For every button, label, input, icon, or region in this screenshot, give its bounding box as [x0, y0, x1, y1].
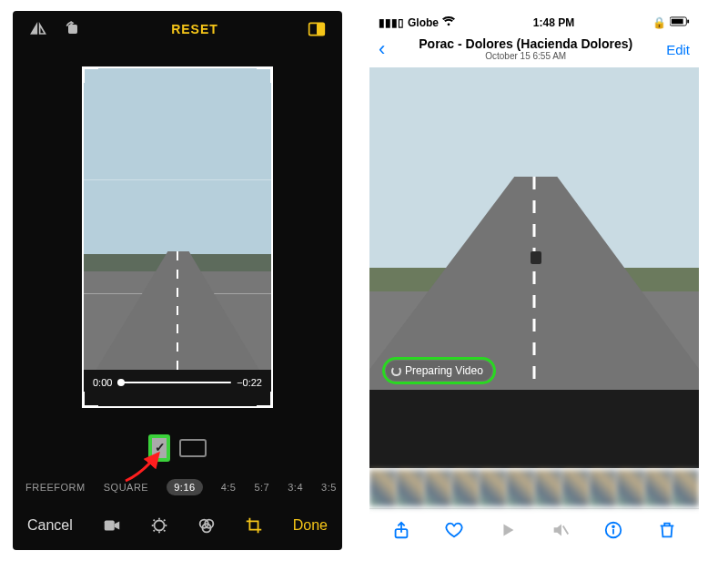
- reset-button[interactable]: RESET: [171, 22, 218, 36]
- share-icon[interactable]: [391, 520, 411, 540]
- svg-rect-10: [687, 20, 689, 24]
- battery-icon: [670, 16, 690, 29]
- nav-bar: ‹ Porac - Dolores (Hacienda Dolores) Oct…: [369, 31, 699, 67]
- landscape-orientation-button[interactable]: [179, 439, 207, 457]
- ratio-9-16[interactable]: 9:16: [167, 479, 202, 495]
- wifi-icon: [442, 16, 455, 30]
- aspect-ratio-scroller[interactable]: FREEFORM SQUARE 9:16 4:5 5:7 3:4 3:5: [13, 474, 342, 501]
- scrub-remaining: −0:22: [237, 377, 262, 388]
- filters-tab-icon[interactable]: [197, 515, 217, 536]
- crop-editor-screen: RESET 0:00 −0:22 FREEFORM SQUARE 9:16 4:…: [13, 11, 342, 550]
- photo-viewer-screen: ▮▮▮▯ Globe 1:48 PM 🔒 ‹ Porac - Dolores (…: [369, 11, 699, 550]
- ratio-freeform[interactable]: FREEFORM: [25, 482, 86, 493]
- play-icon[interactable]: [498, 520, 518, 540]
- svg-rect-2: [317, 23, 324, 35]
- media-viewport[interactable]: Preparing Video: [369, 67, 699, 468]
- ratio-5-7[interactable]: 5:7: [254, 482, 269, 493]
- ratio-square[interactable]: SQUARE: [104, 482, 148, 493]
- mute-icon[interactable]: [551, 520, 571, 540]
- video-scrubber[interactable]: 0:00 −0:22: [93, 377, 262, 388]
- adjust-tab-icon[interactable]: [149, 515, 169, 536]
- favorite-icon[interactable]: [444, 520, 464, 540]
- crop-frame[interactable]: 0:00 −0:22: [82, 66, 273, 408]
- flip-horizontal-icon[interactable]: [29, 20, 47, 38]
- ratio-3-5[interactable]: 3:5: [321, 482, 337, 493]
- thumbnail-scrubber[interactable]: [369, 468, 699, 508]
- dashboard-shadow: [369, 390, 699, 468]
- nav-subtitle: October 15 6:55 AM: [419, 51, 632, 61]
- svg-rect-0: [69, 26, 76, 33]
- nav-title: Porac - Dolores (Hacienda Dolores) Octob…: [419, 37, 632, 61]
- aspect-ratio-icon[interactable]: [308, 20, 326, 38]
- status-bar: ▮▮▮▯ Globe 1:48 PM 🔒: [369, 11, 699, 31]
- ratio-4-5[interactable]: 4:5: [221, 482, 237, 493]
- orientation-row: [13, 423, 342, 474]
- preparing-video-pill: Preparing Video: [386, 361, 492, 381]
- editor-top-bar: RESET: [13, 11, 342, 47]
- signal-icon: ▮▮▮▯: [379, 16, 404, 29]
- ratio-3-4[interactable]: 3:4: [288, 482, 303, 493]
- cancel-button[interactable]: Cancel: [27, 517, 73, 534]
- carrier-label: Globe: [408, 16, 439, 29]
- rotate-icon[interactable]: [64, 20, 82, 38]
- video-tab-icon[interactable]: [102, 515, 122, 536]
- edit-button[interactable]: Edit: [666, 42, 690, 57]
- portrait-orientation-button[interactable]: [148, 434, 170, 462]
- crop-tab-icon[interactable]: [244, 515, 264, 536]
- crop-canvas[interactable]: 0:00 −0:22: [13, 47, 342, 423]
- orientation-lock-icon: 🔒: [652, 16, 666, 29]
- info-icon[interactable]: [603, 520, 623, 540]
- done-button[interactable]: Done: [293, 517, 328, 534]
- svg-point-15: [613, 525, 615, 527]
- svg-rect-3: [105, 521, 115, 531]
- spinner-icon: [391, 366, 401, 376]
- back-button[interactable]: ‹: [379, 37, 385, 61]
- trash-icon[interactable]: [657, 520, 677, 540]
- scrub-current: 0:00: [93, 377, 112, 388]
- editor-bottom-bar: Cancel Done: [13, 501, 342, 550]
- svg-rect-9: [672, 19, 683, 25]
- preparing-label: Preparing Video: [405, 364, 483, 377]
- distant-vehicle: [531, 251, 541, 264]
- clock-label: 1:48 PM: [533, 16, 574, 29]
- svg-line-12: [563, 525, 569, 534]
- toolbar: [369, 508, 699, 550]
- svg-point-4: [154, 521, 164, 531]
